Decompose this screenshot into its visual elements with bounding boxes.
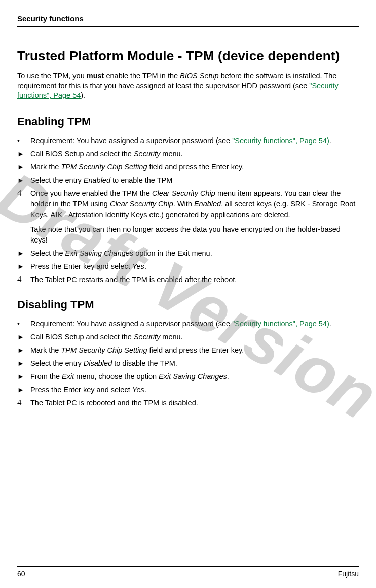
step-text: . xyxy=(227,372,229,381)
list-item: ► Call BIOS Setup and select the Securit… xyxy=(17,149,359,159)
enabling-heading: Enabling TPM xyxy=(17,115,359,128)
step-field: TPM Security Chip Setting xyxy=(61,163,147,171)
arrow-icon: ► xyxy=(17,345,30,355)
arrow-icon: ► xyxy=(17,261,30,271)
step-text: The Tablet PC is rebooted and the TPM is… xyxy=(30,398,359,408)
step-text: . xyxy=(144,386,146,394)
arrow-icon: ► xyxy=(17,175,30,185)
step-text: menu. xyxy=(160,150,182,158)
step-text: menu, choose the option xyxy=(74,372,159,381)
step-text: Call BIOS Setup and select the xyxy=(30,333,134,341)
step-text: . xyxy=(329,136,331,145)
arrow-icon: ► xyxy=(17,371,30,382)
intro-text: To use the TPM, you xyxy=(17,72,87,80)
result-icon: 4 xyxy=(17,188,30,198)
note-text: . With xyxy=(173,200,194,208)
step-text: . xyxy=(144,262,146,270)
step-text: field and press the Enter key. xyxy=(147,346,244,354)
step-text: Press the Enter key and select xyxy=(30,386,132,394)
step-menu: Security xyxy=(134,150,160,158)
footer: 60 Fujitsu xyxy=(17,566,359,578)
step-text: Requirement: You have assigned a supervi… xyxy=(30,136,232,145)
step-exit: Exit xyxy=(62,372,74,381)
step-value: Enabled xyxy=(84,176,110,184)
intro-text: ). xyxy=(81,91,85,99)
list-item: ► Select the entry Disabled to disable t… xyxy=(17,358,359,369)
step-text: option in the Exit menu. xyxy=(133,249,212,257)
intro-must: must xyxy=(87,72,104,80)
list-item: ► Call BIOS Setup and select the Securit… xyxy=(17,332,359,342)
list-item: ► Select the Exit Saving Changes option … xyxy=(17,248,359,259)
step-text: Mark the xyxy=(30,163,61,171)
disabling-steps: • Requirement: You have assigned a super… xyxy=(17,319,359,408)
note-term: Clear Security Chip xyxy=(152,189,215,197)
page-number: 60 xyxy=(17,570,25,578)
arrow-icon: ► xyxy=(17,385,30,395)
arrow-icon: ► xyxy=(17,358,30,368)
footer-brand: Fujitsu xyxy=(338,570,359,578)
step-text: Call BIOS Setup and select the xyxy=(30,150,134,158)
step-menu: Security xyxy=(134,333,160,341)
list-item: ► Mark the TPM Security Chip Setting fie… xyxy=(17,345,359,356)
result-icon: 4 xyxy=(17,274,30,285)
bullet-icon: • xyxy=(17,319,30,329)
step-text: Select the entry xyxy=(30,176,84,184)
note-term: Clear Security Chip xyxy=(110,200,173,208)
list-item: • Requirement: You have assigned a super… xyxy=(17,135,359,146)
list-item: ► Press the Enter key and select Yes. xyxy=(17,385,359,395)
step-text: . xyxy=(329,320,331,328)
step-text: to disable the TPM. xyxy=(112,359,177,367)
step-text: Requirement: You have assigned a supervi… xyxy=(30,320,232,328)
bullet-icon: • xyxy=(17,135,30,146)
list-item: 4 The Tablet PC is rebooted and the TPM … xyxy=(17,398,359,408)
intro-text: enable the TPM in the xyxy=(104,72,180,80)
step-text: field and press the Enter key. xyxy=(147,163,244,171)
step-option: Exit Saving Changes xyxy=(65,249,134,257)
step-yes: Yes xyxy=(132,386,144,394)
note-text: Take note that you can then no longer ac… xyxy=(30,224,359,246)
header-section-title: Security functions xyxy=(17,14,359,27)
step-text: Select the xyxy=(30,249,65,257)
result-icon: 4 xyxy=(17,398,30,408)
step-field: TPM Security Chip Setting xyxy=(61,346,147,354)
intro-paragraph: To use the TPM, you must enable the TPM … xyxy=(17,71,359,101)
step-link[interactable]: "Security functions", Page 54) xyxy=(232,320,329,328)
list-item: ► Select the entry Enabled to enable the… xyxy=(17,175,359,186)
list-item: 4 Once you have enabled the TPM the Clea… xyxy=(17,188,359,246)
step-yes: Yes xyxy=(132,262,144,270)
step-option: Exit Saving Changes xyxy=(159,372,227,381)
list-item: ► Mark the TPM Security Chip Setting fie… xyxy=(17,162,359,172)
page-title: Trusted Platform Module - TPM (device de… xyxy=(17,48,359,64)
note-term: Enabled xyxy=(194,200,221,208)
step-link[interactable]: "Security functions", Page 54) xyxy=(232,136,329,145)
list-item: ► Press the Enter key and select Yes. xyxy=(17,261,359,272)
step-text: Mark the xyxy=(30,346,61,354)
arrow-icon: ► xyxy=(17,332,30,342)
arrow-icon: ► xyxy=(17,248,30,258)
arrow-icon: ► xyxy=(17,162,30,172)
list-item: • Requirement: You have assigned a super… xyxy=(17,319,359,329)
step-text: Press the Enter key and select xyxy=(30,262,132,270)
step-text: Select the entry xyxy=(30,359,84,367)
list-item: ► From the Exit menu, choose the option … xyxy=(17,371,359,382)
list-item: 4 The Tablet PC restarts and the TPM is … xyxy=(17,274,359,285)
disabling-heading: Disabling TPM xyxy=(17,298,359,312)
step-value: Disabled xyxy=(84,359,112,367)
arrow-icon: ► xyxy=(17,149,30,159)
step-text: menu. xyxy=(160,333,182,341)
intro-bios: BIOS Setup xyxy=(180,72,219,80)
note-text: Once you have enabled the TPM the xyxy=(30,189,152,197)
step-text: to enable the TPM xyxy=(110,176,172,184)
step-text: The Tablet PC restarts and the TPM is en… xyxy=(30,274,359,285)
enabling-steps: • Requirement: You have assigned a super… xyxy=(17,135,359,285)
step-text: From the xyxy=(30,372,62,381)
